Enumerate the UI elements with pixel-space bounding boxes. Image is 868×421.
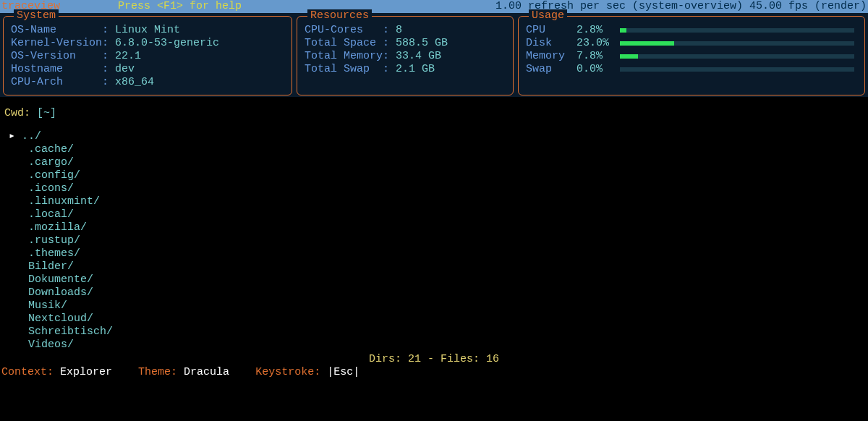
resources-key: Total Space (305, 37, 383, 50)
usage-label: Swap (526, 63, 576, 76)
help-hint: Press <F1> for help (118, 0, 242, 13)
system-panel-title: System (14, 9, 59, 22)
usage-bar-fill (620, 41, 674, 46)
file-list[interactable]: ../.cache/.cargo/.config/.icons/.linuxmi… (4, 130, 864, 352)
resources-key: CPU-Cores (305, 24, 383, 37)
usage-bar (620, 54, 854, 59)
system-value: x86_64 (115, 76, 154, 89)
resources-key: Total Swap (305, 63, 383, 76)
usage-percent: 2.8% (576, 24, 620, 37)
system-value: dev (115, 63, 135, 76)
usage-percent: 7.8% (576, 50, 620, 63)
usage-row: Swap0.0% (526, 63, 857, 76)
resources-value: 588.5 GB (396, 37, 448, 50)
system-key: Kernel-Version (11, 37, 102, 50)
usage-bar (620, 41, 854, 46)
file-entry[interactable]: .local/ (9, 208, 864, 221)
system-value: Linux Mint (115, 24, 180, 37)
usage-row: Memory7.8% (526, 50, 857, 63)
theme-label: Theme: (138, 366, 177, 378)
file-entry[interactable]: .config/ (9, 169, 864, 182)
file-entry[interactable]: Musik/ (9, 299, 864, 312)
usage-label: Memory (526, 50, 576, 63)
system-key: OS-Name (11, 24, 102, 37)
keystroke-value: |Esc| (327, 366, 359, 378)
cwd-label: Cwd: (4, 107, 37, 119)
dir-file-summary: Dirs: 21 - Files: 16 (4, 353, 864, 366)
file-entry[interactable]: .mozilla/ (9, 221, 864, 234)
file-entry[interactable]: .themes/ (9, 247, 864, 260)
system-row: CPU-Arch : x86_64 (11, 76, 284, 89)
system-panel: System OS-Name : Linux MintKernel-Versio… (3, 16, 292, 95)
top-statusbar: traceview Press <F1> for help 1.00 refre… (0, 0, 868, 13)
usage-label: CPU (526, 24, 576, 37)
file-entry[interactable]: .cache/ (9, 143, 864, 156)
system-row: OS-Name : Linux Mint (11, 24, 284, 37)
system-row: OS-Version : 22.1 (11, 50, 284, 63)
file-entry[interactable]: ../ (9, 130, 864, 143)
file-entry[interactable]: Downloads/ (9, 286, 864, 299)
usage-panel: Usage CPU2.8%Disk23.0%Memory7.8%Swap0.0% (518, 16, 865, 95)
usage-bar-fill (620, 28, 626, 33)
file-entry[interactable]: .rustup/ (9, 234, 864, 247)
resources-panel-title: Resources (307, 9, 372, 22)
theme-value: Dracula (184, 366, 229, 378)
keystroke-label: Keystroke: (255, 366, 320, 378)
context-value: Explorer (60, 366, 112, 378)
usage-bar (620, 67, 854, 72)
usage-percent: 23.0% (576, 37, 620, 50)
file-entry[interactable]: Nextcloud/ (9, 312, 864, 326)
resources-row: Total Swap : 2.1 GB (305, 63, 506, 76)
resources-key: Total Memory (305, 50, 383, 63)
bottom-statusbar: Context: Explorer Theme: Dracula Keystro… (0, 366, 868, 380)
resources-panel: Resources CPU-Cores : 8Total Space : 588… (297, 16, 514, 95)
resources-value: 33.4 GB (396, 50, 441, 63)
system-key: CPU-Arch (11, 76, 102, 89)
usage-row: CPU2.8% (526, 24, 857, 37)
file-entry[interactable]: Schreibtisch/ (9, 326, 864, 339)
file-entry[interactable]: Videos/ (9, 339, 864, 352)
usage-panel-title: Usage (529, 9, 567, 22)
overview-panels: System OS-Name : Linux MintKernel-Versio… (0, 13, 868, 97)
resources-row: CPU-Cores : 8 (305, 24, 506, 37)
cwd-line: Cwd: [~] (4, 107, 864, 120)
cwd-path: [~] (37, 107, 56, 119)
resources-value: 8 (396, 24, 402, 37)
file-entry[interactable]: Dokumente/ (9, 273, 864, 286)
file-entry[interactable]: .linuxmint/ (9, 195, 864, 208)
usage-label: Disk (526, 37, 576, 50)
system-key: Hostname (11, 63, 102, 76)
resources-row: Total Memory: 33.4 GB (305, 50, 506, 63)
system-row: Hostname : dev (11, 63, 284, 76)
usage-bar-fill (620, 54, 638, 59)
usage-row: Disk23.0% (526, 37, 857, 50)
system-value: 6.8.0-53-generic (115, 37, 219, 50)
file-entry[interactable]: Bilder/ (9, 260, 864, 273)
usage-bar (620, 28, 854, 33)
context-label: Context: (1, 366, 54, 378)
file-entry[interactable]: .icons/ (9, 182, 864, 195)
usage-percent: 0.0% (576, 63, 620, 76)
file-explorer[interactable]: Cwd: [~] ../.cache/.cargo/.config/.icons… (0, 97, 868, 366)
system-key: OS-Version (11, 50, 102, 63)
system-row: Kernel-Version: 6.8.0-53-generic (11, 37, 284, 50)
system-value: 22.1 (115, 50, 141, 63)
resources-row: Total Space : 588.5 GB (305, 37, 506, 50)
resources-value: 2.1 GB (396, 63, 435, 76)
file-entry[interactable]: .cargo/ (9, 156, 864, 169)
